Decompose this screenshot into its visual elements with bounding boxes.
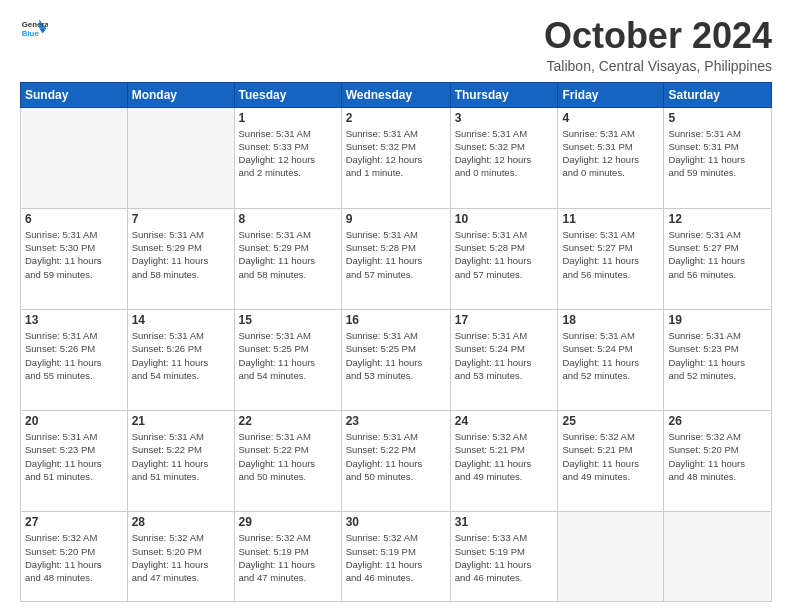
day-number: 4 [562,111,659,125]
day-info: Sunrise: 5:31 AMSunset: 5:32 PMDaylight:… [346,127,446,180]
calendar-cell [21,107,128,208]
day-info: Sunrise: 5:31 AMSunset: 5:31 PMDaylight:… [668,127,767,180]
calendar-week-4: 20Sunrise: 5:31 AMSunset: 5:23 PMDayligh… [21,411,772,512]
calendar-cell: 11Sunrise: 5:31 AMSunset: 5:27 PMDayligh… [558,208,664,309]
calendar-cell: 14Sunrise: 5:31 AMSunset: 5:26 PMDayligh… [127,309,234,410]
day-number: 19 [668,313,767,327]
calendar-cell: 5Sunrise: 5:31 AMSunset: 5:31 PMDaylight… [664,107,772,208]
calendar-cell: 9Sunrise: 5:31 AMSunset: 5:28 PMDaylight… [341,208,450,309]
header-monday: Monday [127,82,234,107]
day-info: Sunrise: 5:31 AMSunset: 5:26 PMDaylight:… [25,329,123,382]
day-info: Sunrise: 5:31 AMSunset: 5:30 PMDaylight:… [25,228,123,281]
day-info: Sunrise: 5:31 AMSunset: 5:25 PMDaylight:… [346,329,446,382]
calendar-cell: 13Sunrise: 5:31 AMSunset: 5:26 PMDayligh… [21,309,128,410]
day-number: 29 [239,515,337,529]
day-info: Sunrise: 5:31 AMSunset: 5:27 PMDaylight:… [668,228,767,281]
day-number: 30 [346,515,446,529]
day-info: Sunrise: 5:31 AMSunset: 5:29 PMDaylight:… [132,228,230,281]
svg-text:General: General [22,20,48,29]
day-number: 13 [25,313,123,327]
header-thursday: Thursday [450,82,558,107]
location: Talibon, Central Visayas, Philippines [544,58,772,74]
calendar-week-3: 13Sunrise: 5:31 AMSunset: 5:26 PMDayligh… [21,309,772,410]
day-number: 26 [668,414,767,428]
calendar-cell: 24Sunrise: 5:32 AMSunset: 5:21 PMDayligh… [450,411,558,512]
day-number: 21 [132,414,230,428]
calendar-cell: 25Sunrise: 5:32 AMSunset: 5:21 PMDayligh… [558,411,664,512]
calendar-header-row: Sunday Monday Tuesday Wednesday Thursday… [21,82,772,107]
calendar-cell: 27Sunrise: 5:32 AMSunset: 5:20 PMDayligh… [21,512,128,602]
day-number: 7 [132,212,230,226]
day-number: 2 [346,111,446,125]
calendar-cell: 28Sunrise: 5:32 AMSunset: 5:20 PMDayligh… [127,512,234,602]
calendar-cell: 31Sunrise: 5:33 AMSunset: 5:19 PMDayligh… [450,512,558,602]
day-info: Sunrise: 5:31 AMSunset: 5:23 PMDaylight:… [668,329,767,382]
day-number: 18 [562,313,659,327]
day-info: Sunrise: 5:31 AMSunset: 5:22 PMDaylight:… [239,430,337,483]
day-number: 1 [239,111,337,125]
calendar-cell: 17Sunrise: 5:31 AMSunset: 5:24 PMDayligh… [450,309,558,410]
day-info: Sunrise: 5:31 AMSunset: 5:28 PMDaylight:… [346,228,446,281]
day-number: 20 [25,414,123,428]
calendar-week-5: 27Sunrise: 5:32 AMSunset: 5:20 PMDayligh… [21,512,772,602]
day-info: Sunrise: 5:32 AMSunset: 5:21 PMDaylight:… [562,430,659,483]
calendar-table: Sunday Monday Tuesday Wednesday Thursday… [20,82,772,602]
calendar-cell [558,512,664,602]
calendar-cell: 15Sunrise: 5:31 AMSunset: 5:25 PMDayligh… [234,309,341,410]
calendar-cell: 3Sunrise: 5:31 AMSunset: 5:32 PMDaylight… [450,107,558,208]
day-number: 23 [346,414,446,428]
day-number: 15 [239,313,337,327]
calendar-cell [664,512,772,602]
calendar-week-2: 6Sunrise: 5:31 AMSunset: 5:30 PMDaylight… [21,208,772,309]
calendar-week-1: 1Sunrise: 5:31 AMSunset: 5:33 PMDaylight… [21,107,772,208]
day-info: Sunrise: 5:32 AMSunset: 5:20 PMDaylight:… [668,430,767,483]
title-area: October 2024 Talibon, Central Visayas, P… [544,16,772,74]
day-number: 24 [455,414,554,428]
day-info: Sunrise: 5:32 AMSunset: 5:20 PMDaylight:… [25,531,123,584]
calendar-cell: 18Sunrise: 5:31 AMSunset: 5:24 PMDayligh… [558,309,664,410]
header-friday: Friday [558,82,664,107]
calendar-cell: 23Sunrise: 5:31 AMSunset: 5:22 PMDayligh… [341,411,450,512]
day-number: 5 [668,111,767,125]
day-number: 8 [239,212,337,226]
day-number: 3 [455,111,554,125]
header: General Blue October 2024 Talibon, Centr… [20,16,772,74]
day-info: Sunrise: 5:31 AMSunset: 5:22 PMDaylight:… [132,430,230,483]
day-info: Sunrise: 5:31 AMSunset: 5:31 PMDaylight:… [562,127,659,180]
day-info: Sunrise: 5:31 AMSunset: 5:27 PMDaylight:… [562,228,659,281]
calendar-cell: 21Sunrise: 5:31 AMSunset: 5:22 PMDayligh… [127,411,234,512]
header-saturday: Saturday [664,82,772,107]
day-number: 31 [455,515,554,529]
day-number: 28 [132,515,230,529]
day-info: Sunrise: 5:32 AMSunset: 5:21 PMDaylight:… [455,430,554,483]
day-info: Sunrise: 5:31 AMSunset: 5:29 PMDaylight:… [239,228,337,281]
calendar-cell: 20Sunrise: 5:31 AMSunset: 5:23 PMDayligh… [21,411,128,512]
calendar-cell [127,107,234,208]
calendar-cell: 10Sunrise: 5:31 AMSunset: 5:28 PMDayligh… [450,208,558,309]
day-number: 25 [562,414,659,428]
page: General Blue October 2024 Talibon, Centr… [0,0,792,612]
day-info: Sunrise: 5:31 AMSunset: 5:23 PMDaylight:… [25,430,123,483]
calendar-cell: 19Sunrise: 5:31 AMSunset: 5:23 PMDayligh… [664,309,772,410]
logo-icon: General Blue [20,16,48,44]
calendar-cell: 4Sunrise: 5:31 AMSunset: 5:31 PMDaylight… [558,107,664,208]
calendar-cell: 29Sunrise: 5:32 AMSunset: 5:19 PMDayligh… [234,512,341,602]
header-sunday: Sunday [21,82,128,107]
calendar-cell: 8Sunrise: 5:31 AMSunset: 5:29 PMDaylight… [234,208,341,309]
calendar-cell: 22Sunrise: 5:31 AMSunset: 5:22 PMDayligh… [234,411,341,512]
svg-text:Blue: Blue [22,29,40,38]
month-title: October 2024 [544,16,772,56]
day-number: 17 [455,313,554,327]
day-number: 10 [455,212,554,226]
day-number: 22 [239,414,337,428]
calendar-cell: 7Sunrise: 5:31 AMSunset: 5:29 PMDaylight… [127,208,234,309]
day-number: 14 [132,313,230,327]
day-info: Sunrise: 5:32 AMSunset: 5:20 PMDaylight:… [132,531,230,584]
calendar-cell: 30Sunrise: 5:32 AMSunset: 5:19 PMDayligh… [341,512,450,602]
calendar-cell: 2Sunrise: 5:31 AMSunset: 5:32 PMDaylight… [341,107,450,208]
day-info: Sunrise: 5:31 AMSunset: 5:33 PMDaylight:… [239,127,337,180]
day-info: Sunrise: 5:31 AMSunset: 5:24 PMDaylight:… [455,329,554,382]
day-number: 9 [346,212,446,226]
day-info: Sunrise: 5:31 AMSunset: 5:32 PMDaylight:… [455,127,554,180]
calendar-cell: 12Sunrise: 5:31 AMSunset: 5:27 PMDayligh… [664,208,772,309]
